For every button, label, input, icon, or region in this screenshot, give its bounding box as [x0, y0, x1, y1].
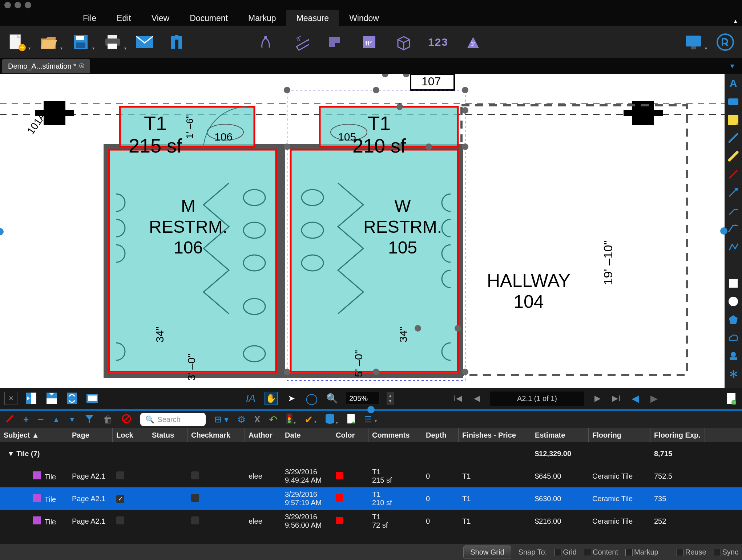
traffic-close-icon[interactable]: [4, 2, 11, 8]
table-row[interactable]: Tile Page A2.1 elee 3/29/2016 9:49:24 AM…: [0, 465, 742, 487]
note-tool-icon[interactable]: [727, 114, 739, 126]
polyline-tool-icon[interactable]: [727, 241, 739, 253]
next-view-icon[interactable]: ▶: [648, 393, 660, 404]
lasso-tool-icon[interactable]: ◯: [305, 392, 318, 405]
continuous-page-icon[interactable]: [45, 392, 58, 405]
document-tab[interactable]: Demo_A...stimation * ⓧ: [2, 59, 90, 73]
export-icon[interactable]: [347, 413, 355, 426]
tabs-dropdown-icon[interactable]: ▼: [729, 62, 735, 70]
print-button[interactable]: ▾: [103, 33, 122, 52]
summary-row[interactable]: ▼ Tile (7) $12,329.00 8,715: [0, 442, 742, 465]
stamp-tool-icon[interactable]: [727, 350, 739, 362]
page-indicator[interactable]: A2.1 (1 of 1): [490, 391, 584, 406]
column-header[interactable]: Flooring Exp.: [650, 428, 705, 442]
next-page-icon[interactable]: ▶: [592, 393, 603, 404]
single-page-icon[interactable]: [25, 392, 38, 405]
zoom-tool-icon[interactable]: 🔍: [326, 392, 339, 405]
dimension-tool-icon[interactable]: A: [727, 223, 739, 235]
menu-measure[interactable]: Measure: [286, 10, 339, 27]
rectangle-tool-icon[interactable]: [727, 259, 739, 271]
split-handle[interactable]: [367, 406, 375, 413]
calibrate-tool-icon[interactable]: [257, 33, 276, 52]
move-down-icon[interactable]: ▼: [69, 415, 76, 424]
column-header[interactable]: Checkmark: [187, 428, 245, 442]
traffic-min-icon[interactable]: [15, 2, 21, 8]
markup-search-input[interactable]: 🔍Search: [140, 413, 206, 426]
trash-icon[interactable]: 🗑: [103, 414, 113, 425]
move-up-icon[interactable]: ▲: [53, 415, 60, 424]
menu-edit[interactable]: Edit: [106, 10, 141, 27]
callout-tool-icon[interactable]: [727, 205, 739, 216]
column-header[interactable]: Comments: [368, 428, 422, 442]
clear-icon[interactable]: [121, 414, 132, 426]
dynamic-fill-tool-icon[interactable]: ft²: [360, 33, 379, 52]
length-tool-icon[interactable]: 8": [291, 33, 310, 52]
open-file-button[interactable]: ▾: [39, 33, 58, 52]
presentation-button[interactable]: ▾: [684, 33, 703, 52]
manage-columns-icon[interactable]: ⚙: [237, 414, 246, 425]
lock-checkbox[interactable]: ✓: [116, 495, 124, 503]
checkmark-box[interactable]: [191, 516, 199, 524]
menu-document[interactable]: Document: [180, 10, 238, 27]
prev-view-icon[interactable]: ◀: [629, 393, 641, 404]
filled-rect-tool-icon[interactable]: [727, 277, 739, 289]
filter-icon[interactable]: [84, 414, 94, 425]
columns-icon[interactable]: ⊞ ▾: [214, 414, 229, 425]
checkmark-box[interactable]: [191, 494, 199, 502]
checkmark-box[interactable]: [191, 471, 199, 479]
select-tool-icon[interactable]: ➤: [285, 392, 298, 405]
new-file-button[interactable]: ▾: [7, 33, 26, 52]
column-header[interactable]: Subject ▲: [0, 428, 68, 442]
cloud-tool-icon[interactable]: [727, 332, 739, 344]
column-header[interactable]: Flooring: [589, 428, 650, 442]
pan-tool-icon[interactable]: ✋: [265, 392, 278, 405]
snap-content-checkbox[interactable]: [584, 549, 591, 556]
reuse-checkbox[interactable]: [677, 549, 684, 556]
show-grid-button[interactable]: Show Grid: [463, 545, 511, 559]
remove-markup-icon[interactable]: −: [37, 413, 44, 426]
save-button[interactable]: ▾: [71, 33, 90, 52]
drawing-canvas[interactable]: 101A T1 215 sf 106 M RESTRM. 106 T1 210 …: [0, 74, 725, 388]
list-icon[interactable]: ☰ ▾: [364, 414, 377, 425]
reply-icon[interactable]: ↶: [269, 414, 277, 426]
status-light-icon[interactable]: ▾: [286, 413, 296, 426]
column-header[interactable]: Finishes - Price: [459, 428, 531, 442]
text-tool-icon[interactable]: A: [727, 78, 739, 89]
zoom-input[interactable]: [346, 392, 379, 405]
pen-tool-icon[interactable]: [727, 132, 739, 144]
fit-width-icon[interactable]: [86, 392, 99, 405]
column-header[interactable]: Estimate: [531, 428, 589, 442]
email-button[interactable]: [135, 33, 154, 52]
database-icon[interactable]: ▾: [325, 413, 338, 426]
column-header[interactable]: Depth: [422, 428, 459, 442]
new-page-icon[interactable]: +: [725, 392, 738, 405]
settings-gear-icon[interactable]: ✻: [727, 368, 739, 380]
snap-grid-checkbox[interactable]: [554, 549, 561, 556]
close-tab-icon[interactable]: ⓧ: [79, 63, 84, 69]
column-header[interactable]: Status: [148, 428, 187, 442]
menu-window[interactable]: Window: [339, 10, 389, 27]
highlight-tool-icon[interactable]: [727, 150, 739, 162]
typewriter-tool-icon[interactable]: [727, 96, 739, 107]
area-tool-icon[interactable]: [326, 33, 344, 52]
lock-checkbox[interactable]: [116, 471, 124, 479]
menu-view[interactable]: View: [141, 10, 180, 27]
panel-collapse-icon[interactable]: ▲: [733, 18, 738, 25]
zoom-stepper-icon[interactable]: ▲▼: [387, 392, 394, 405]
volume-tool-icon[interactable]: [394, 33, 413, 52]
column-header[interactable]: Lock: [113, 428, 148, 442]
traffic-max-icon[interactable]: [25, 2, 31, 8]
menu-file[interactable]: File: [73, 10, 106, 27]
panel-handle-right[interactable]: [720, 227, 727, 235]
menu-markup[interactable]: Markup: [238, 10, 286, 27]
delete-icon[interactable]: X: [254, 414, 260, 425]
last-page-icon[interactable]: ▶I: [610, 393, 622, 404]
prev-page-icon[interactable]: ◀: [471, 393, 483, 404]
table-row[interactable]: Tile Page A2.1 ✓ 3/29/2016 9:57:19 AM T1…: [0, 487, 742, 510]
fit-page-icon[interactable]: [65, 392, 78, 405]
column-header[interactable]: Page: [68, 428, 113, 442]
angle-tool-icon[interactable]: 3': [464, 33, 483, 52]
column-header[interactable]: Color: [332, 428, 368, 442]
column-header[interactable]: Date: [281, 428, 332, 442]
column-header[interactable]: Author: [245, 428, 281, 442]
